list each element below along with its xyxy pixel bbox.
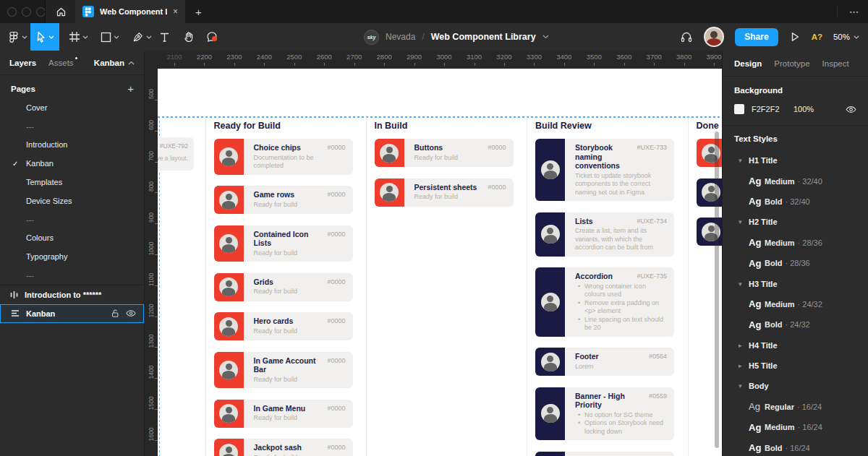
- kanban-card[interactable]: Jackpot sash#0000Ready for build: [214, 439, 353, 456]
- page-item[interactable]: Introduction: [0, 136, 144, 155]
- layer-item-introduction[interactable]: Introduction to ******: [0, 285, 144, 304]
- tab-layers[interactable]: Layers: [9, 59, 36, 67]
- file-tab[interactable]: Web Component Library ×: [75, 0, 185, 23]
- canvas-viewport[interactable]: 2100220023002400250026002700280029003000…: [158, 51, 722, 456]
- layer-item-kanban[interactable]: Kanban: [0, 304, 144, 323]
- main-toolbar: sky Nevada / Web Component Library Share…: [0, 23, 868, 51]
- page-selector[interactable]: Kanban: [94, 59, 135, 67]
- page-item[interactable]: ✓Kanban: [0, 154, 144, 173]
- unlock-icon[interactable]: [111, 309, 119, 318]
- text-tool-button[interactable]: [152, 23, 176, 51]
- page-item[interactable]: Typography: [0, 247, 144, 266]
- style-row[interactable]: AgMedium· 28/36: [723, 233, 868, 253]
- audio-headphones-icon[interactable]: [680, 30, 693, 43]
- kanban-card[interactable]: Banner - High Priority#0559No option for…: [535, 387, 674, 441]
- frame-tool-button[interactable]: [64, 23, 93, 51]
- user-avatar[interactable]: [704, 27, 724, 47]
- tab-prototype[interactable]: Prototype: [774, 59, 809, 68]
- caret-right-icon[interactable]: ▸: [739, 362, 749, 369]
- page-item[interactable]: ---: [0, 266, 144, 285]
- new-tab-button[interactable]: +: [195, 0, 202, 23]
- page-item[interactable]: Cover: [0, 98, 144, 117]
- tab-design[interactable]: Design: [734, 59, 762, 68]
- style-row[interactable]: AgBold· 24/32: [723, 314, 868, 335]
- breadcrumb-file-name[interactable]: Web Component Library: [431, 32, 536, 42]
- kanban-card[interactable]: In Game Account Bar#0000Ready for build: [214, 352, 353, 389]
- style-group-row[interactable]: ▾Body: [723, 376, 868, 396]
- style-row[interactable]: AgBold· 28/36: [723, 253, 868, 273]
- tab-inspect[interactable]: Inspect: [822, 59, 849, 68]
- caret-down-icon[interactable]: ▾: [739, 280, 749, 288]
- kanban-card[interactable]: Banner - Medium Priority#0559Is this usi…: [535, 452, 674, 456]
- style-group-row[interactable]: ▾H1 Title: [723, 150, 868, 171]
- kanban-card[interactable]: Game rows#0000Ready for build: [214, 186, 353, 214]
- kanban-card[interactable]: In Game Menu#0000Ready for build: [214, 400, 353, 428]
- tab-close-icon[interactable]: ×: [173, 7, 178, 16]
- caret-down-icon[interactable]: ▾: [739, 218, 749, 225]
- window-close-button[interactable]: [7, 7, 17, 17]
- add-page-button[interactable]: +: [127, 84, 134, 93]
- hand-tool-button[interactable]: [176, 23, 201, 51]
- canvas-scrollbar[interactable]: [715, 132, 719, 448]
- main-menu-button[interactable]: [4, 23, 30, 51]
- kanban-card[interactable]: Choice chips#0000Documentation to be com…: [214, 139, 353, 175]
- style-group-row[interactable]: ▾H2 Title: [723, 212, 868, 232]
- present-play-icon[interactable]: [789, 31, 801, 43]
- comment-tool-button[interactable]: [200, 23, 224, 51]
- caret-down-icon[interactable]: ▾: [739, 157, 749, 164]
- eye-icon[interactable]: [126, 309, 136, 317]
- home-button[interactable]: [45, 0, 77, 23]
- color-swatch[interactable]: [734, 104, 744, 114]
- kanban-card[interactable]: Accordion#UXE-735Wrong container icon co…: [535, 267, 674, 337]
- style-weight-name: Medium: [765, 177, 795, 186]
- style-group-row[interactable]: ▸H5 Title: [723, 356, 868, 376]
- move-tool-button[interactable]: [30, 23, 59, 51]
- style-row[interactable]: AgMedium· 24/32: [723, 294, 868, 314]
- eye-icon[interactable]: [846, 106, 856, 113]
- page-item[interactable]: Templates: [0, 173, 144, 192]
- background-opacity-value[interactable]: 100%: [793, 105, 814, 113]
- page-item[interactable]: Colours: [0, 229, 144, 248]
- tab-assets[interactable]: Assets: [48, 59, 74, 67]
- page-label: ---: [26, 215, 34, 224]
- window-controls[interactable]: [7, 0, 46, 23]
- share-button[interactable]: Share: [735, 28, 778, 46]
- kanban-card[interactable]: Storybook naming conventions#UXE-733Tick…: [535, 139, 674, 201]
- kanban-card[interactable]: Footer#0564Lorem: [535, 348, 674, 376]
- chevron-down-icon[interactable]: [542, 35, 549, 39]
- style-row[interactable]: AgMedium· 16/24: [723, 417, 868, 437]
- style-group-row[interactable]: ▾H3 Title: [723, 273, 868, 293]
- page-item[interactable]: Device Sizes: [0, 192, 144, 210]
- missing-fonts-indicator[interactable]: A?: [812, 33, 822, 41]
- kanban-card[interactable]: Grids#0000Ready for build: [214, 273, 353, 301]
- component-icon: [10, 291, 18, 299]
- canvas[interactable]: #UXE-792 have a layout. Ready for BuildC…: [158, 69, 722, 456]
- page-label: Colours: [26, 233, 54, 242]
- window-minimize-button[interactable]: [22, 7, 31, 17]
- kanban-card[interactable]: Lists#UXE-734Create a list, item and its…: [535, 212, 674, 257]
- kanban-card[interactable]: Contained Icon Lists#0000Ready for build: [214, 225, 353, 262]
- style-row[interactable]: AgRegular· 16/24: [723, 397, 868, 417]
- page-item[interactable]: ---: [0, 117, 144, 136]
- style-group-row[interactable]: ▸H4 Title: [723, 335, 868, 356]
- zoom-level-dropdown[interactable]: 50%: [833, 33, 859, 41]
- style-row[interactable]: AgBold· 16/24: [723, 437, 868, 456]
- kanban-card-partial[interactable]: #UXE-792 have a layout.: [158, 137, 194, 171]
- page-item[interactable]: ---: [0, 210, 144, 229]
- breadcrumb-team[interactable]: Nevada: [386, 32, 415, 42]
- card-header: Choice chips#0000: [254, 143, 346, 152]
- ruler-tick: [475, 63, 475, 66]
- style-row[interactable]: AgMedium· 32/40: [723, 171, 868, 191]
- kanban-card[interactable]: Hero cards#0000Ready for build: [214, 312, 353, 340]
- overflow-menu-button[interactable]: ⋯: [849, 0, 859, 23]
- caret-right-icon[interactable]: ▸: [739, 342, 749, 349]
- card-header: Buttons#0000: [414, 143, 506, 152]
- shape-tool-button[interactable]: [95, 23, 124, 51]
- caret-down-icon[interactable]: ▾: [739, 382, 749, 390]
- background-section: Background F2F2F2 100%: [723, 77, 868, 126]
- style-row[interactable]: AgBold· 32/40: [723, 192, 868, 212]
- background-hex-value[interactable]: F2F2F2: [752, 105, 793, 113]
- card-header: Banner - High Priority#0559: [575, 392, 667, 410]
- kanban-card[interactable]: Buttons#0000Ready for build: [375, 139, 514, 167]
- kanban-card[interactable]: Persistent sheets#0000Ready for build: [375, 178, 514, 207]
